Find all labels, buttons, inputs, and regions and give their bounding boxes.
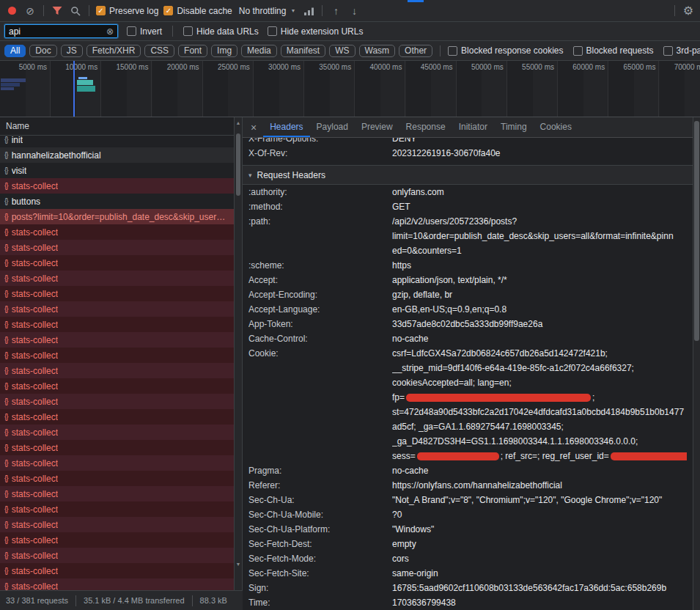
type-filter-toolbar: AllDocJSFetch/XHRCSSFontImgMediaManifest… <box>0 41 700 61</box>
transferred-size: 35.1 kB / 4.4 MB transferred <box>84 596 185 605</box>
tab-preview[interactable]: Preview <box>355 117 399 137</box>
request-row[interactable]: {}stats-collect <box>0 378 234 394</box>
request-row-selected[interactable]: {}posts?limit=10&order=publish_date_desc… <box>0 209 234 224</box>
request-row[interactable]: {}stats-collect <box>0 178 234 194</box>
filter-input[interactable]: api ⊗ <box>4 24 118 38</box>
settings-button[interactable]: ⚙ <box>682 4 695 18</box>
tab-cookies[interactable]: Cookies <box>534 117 578 137</box>
details-scrollbar-thumb[interactable] <box>694 121 699 341</box>
invert-checkbox[interactable]: Invert <box>127 26 162 37</box>
type-filter-js[interactable]: JS <box>61 45 83 57</box>
request-name: stats-collect <box>12 273 58 284</box>
details-scrollbar[interactable] <box>693 117 700 610</box>
request-list-scrollbar-thumb[interactable] <box>236 133 240 196</box>
request-row[interactable]: {}stats-collect <box>0 271 234 286</box>
request-row[interactable]: {}visit <box>0 163 234 178</box>
request-row[interactable]: {}hannahelizabethofficial <box>0 147 234 163</box>
filter-checkbox-blocked-response-cookies[interactable]: Blocked response cookies <box>448 45 563 56</box>
import-har-button[interactable]: ↓ <box>347 4 361 18</box>
header-value-line: 16785:5aad9602cf110608b03133de563642fac1… <box>392 581 687 595</box>
request-row[interactable]: {}stats-collect <box>0 224 234 240</box>
request-row[interactable]: {}stats-collect <box>0 363 234 378</box>
request-row[interactable]: {}stats-collect <box>0 301 234 317</box>
type-filter-other[interactable]: Other <box>399 45 432 57</box>
request-headers-section[interactable]: ▾ Request Headers <box>243 165 693 185</box>
request-row[interactable]: {}stats-collect <box>0 348 234 363</box>
request-row[interactable]: {}stats-collect <box>0 532 234 548</box>
request-row[interactable]: {}stats-collect <box>0 578 234 590</box>
type-filter-all[interactable]: All <box>4 45 26 57</box>
overview-tick-label: 30000 ms <box>257 63 301 71</box>
request-row[interactable]: {}stats-collect <box>0 240 234 255</box>
request-row[interactable]: {}stats-collect <box>0 332 234 348</box>
close-details-button[interactable]: × <box>244 117 263 137</box>
network-conditions-button[interactable] <box>302 4 315 18</box>
request-row[interactable]: {}stats-collect <box>0 517 234 532</box>
search-button[interactable] <box>69 4 82 18</box>
header-row: Sec-Ch-Ua-Mobile:?0 <box>243 507 693 522</box>
request-row[interactable]: {}stats-collect <box>0 425 234 440</box>
request-row[interactable]: {}stats-collect <box>0 409 234 425</box>
request-list-scrollbar[interactable]: ▲ ▼ <box>234 117 243 590</box>
type-filter-img[interactable]: Img <box>211 45 237 57</box>
record-button[interactable] <box>5 4 18 18</box>
request-row[interactable]: {}stats-collect <box>0 563 234 578</box>
request-row[interactable]: {}stats-collect <box>0 286 234 301</box>
type-filter-wasm[interactable]: Wasm <box>359 45 396 57</box>
request-row[interactable]: {}stats-collect <box>0 317 234 332</box>
header-row: Accept-Language:en-GB,en-US;q=0.9,en;q=0… <box>243 302 693 317</box>
header-name: :path: <box>248 214 392 258</box>
hide-data-urls-checkbox[interactable]: Hide data URLs <box>183 26 259 37</box>
tab-timing[interactable]: Timing <box>494 117 534 137</box>
request-row[interactable]: {}stats-collect <box>0 501 234 517</box>
tab-headers[interactable]: Headers <box>263 117 309 137</box>
clear-button[interactable]: ⊘ <box>23 4 37 18</box>
preserve-log-checkbox[interactable]: ✓ Preserve log <box>96 6 158 16</box>
type-filter-doc[interactable]: Doc <box>29 45 56 57</box>
request-row[interactable]: {}stats-collect <box>0 455 234 471</box>
type-filter-manifest[interactable]: Manifest <box>281 45 325 57</box>
header-row: X-Frame-Options:DENY <box>243 138 693 146</box>
request-row[interactable]: {}init <box>0 136 234 147</box>
search-icon <box>70 6 81 16</box>
filter-toolbar: api ⊗ Invert Hide data URLs Hide extensi… <box>0 22 700 41</box>
request-row[interactable]: {}stats-collect <box>0 471 234 486</box>
type-filter-fetch-xhr[interactable]: Fetch/XHR <box>86 45 141 57</box>
clear-filter-icon[interactable]: ⊗ <box>106 27 114 36</box>
header-value: 1703636799438 <box>392 595 687 610</box>
type-filter-media[interactable]: Media <box>241 45 277 57</box>
request-row[interactable]: {}stats-collect <box>0 440 234 455</box>
request-row[interactable]: {}stats-collect <box>0 548 234 563</box>
throttling-select[interactable]: No throttling ▼ <box>237 6 298 16</box>
braces-icon: {} <box>4 166 8 174</box>
header-value-line: no-cache <box>392 463 687 478</box>
invert-label: Invert <box>140 26 162 37</box>
header-value: gzip, deflate, br <box>392 287 687 302</box>
name-column-header[interactable]: Name <box>0 117 234 136</box>
network-overview[interactable]: 5000 ms10000 ms15000 ms20000 ms25000 ms3… <box>0 61 700 117</box>
tab-response[interactable]: Response <box>399 117 452 137</box>
header-value: en-GB,en-US;q=0.9,en;q=0.8 <box>392 302 687 317</box>
scroll-up-icon[interactable]: ▲ <box>235 120 242 125</box>
braces-icon: {} <box>4 228 8 236</box>
export-har-button[interactable]: ↑ <box>329 4 342 18</box>
disable-cache-checkbox[interactable]: ✓ Disable cache <box>163 6 232 16</box>
request-name: stats-collect <box>12 243 58 253</box>
scroll-down-icon[interactable]: ▼ <box>235 562 242 567</box>
request-row[interactable]: {}buttons <box>0 194 234 209</box>
type-filter-font[interactable]: Font <box>178 45 207 57</box>
tab-payload[interactable]: Payload <box>310 117 355 137</box>
filter-checkbox-3rd-party-requests[interactable]: 3rd-party requests <box>663 45 700 56</box>
tab-initiator[interactable]: Initiator <box>452 117 494 137</box>
overview-tick-label: 50000 ms <box>460 63 504 71</box>
filter-button[interactable] <box>51 4 64 18</box>
header-name: X-Of-Rev: <box>248 146 392 161</box>
type-filter-css[interactable]: CSS <box>144 45 174 57</box>
request-row[interactable]: {}stats-collect <box>0 394 234 409</box>
hide-extension-urls-checkbox[interactable]: Hide extension URLs <box>268 26 364 37</box>
type-filter-ws[interactable]: WS <box>329 45 355 57</box>
request-row[interactable]: {}stats-collect <box>0 255 234 271</box>
filter-checkbox-blocked-requests[interactable]: Blocked requests <box>573 45 654 56</box>
request-row[interactable]: {}stats-collect <box>0 486 234 501</box>
overview-waterfall-bar <box>77 86 95 92</box>
